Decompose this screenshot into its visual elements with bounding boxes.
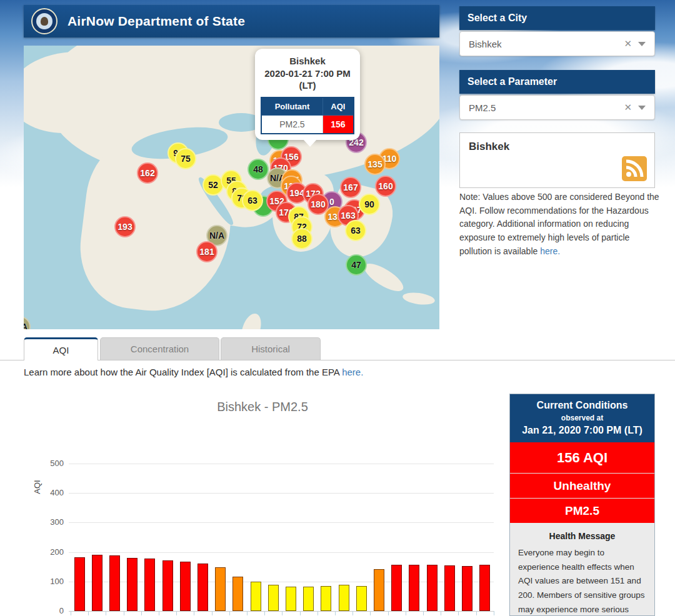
parameter-select[interactable]: PM2.5 ✕	[459, 95, 655, 120]
tab-aqi[interactable]: AQI	[24, 337, 98, 360]
chart-bar	[92, 555, 102, 611]
chart-x-tick	[335, 611, 336, 615]
department-of-state-seal-icon	[31, 8, 58, 34]
tab-bar: AQI Concentration Historical	[0, 337, 675, 360]
map-popup: Bishkek 2020-01-21 7:00 PM (LT) Pollutan…	[255, 49, 360, 140]
chart-x-tick	[88, 611, 89, 615]
chart-bar	[144, 559, 155, 611]
parameter-select-value: PM2.5	[460, 102, 618, 113]
select-city-header: Select a City	[459, 6, 655, 30]
map-marker-aqi[interactable]: 193	[114, 216, 136, 237]
chart-y-tick-label: 400	[29, 488, 64, 497]
current-conditions-header: Current Conditions observed at Jan 21, 2…	[510, 394, 654, 442]
aqi-chart: Bishkek - PM2.5 AQI 01002003004005008 PM…	[25, 395, 500, 616]
map[interactable]: 9275162485255887363193N/A181242110156170…	[24, 46, 439, 329]
chart-bar	[427, 565, 438, 611]
aqi-note-here-link[interactable]: here.	[540, 246, 560, 256]
observed-time: Jan 21, 2020 7:00 PM (LT)	[512, 425, 652, 436]
learn-more-here-link[interactable]: here.	[342, 367, 363, 377]
chart-x-tick	[282, 611, 282, 615]
select-parameter-header: Select a Parameter	[459, 70, 655, 94]
chart-bar	[444, 565, 455, 611]
map-marker-aqi[interactable]: 63	[345, 220, 366, 241]
current-conditions-title: Current Conditions	[512, 400, 652, 411]
map-marker-aqi[interactable]: 47	[346, 254, 367, 276]
chart-bar	[356, 586, 367, 611]
chart-bar	[286, 587, 296, 611]
chart-gridline	[69, 522, 494, 523]
chart-y-tick-label: 200	[29, 547, 64, 557]
chart-plot: 01002003004005008 PM9 PM10 PM11 PM2020 1…	[25, 434, 500, 616]
chart-x-tick	[423, 611, 424, 615]
feed-box: Bishkek	[459, 132, 655, 188]
map-island-sumatra	[361, 259, 408, 296]
chart-bar	[321, 586, 331, 611]
observed-at-label: observed at	[512, 414, 652, 422]
map-marker-aqi[interactable]: 90	[359, 194, 380, 215]
chart-title: Bishkek - PM2.5	[25, 400, 500, 414]
chart-bar	[462, 566, 472, 611]
chart-x-tick	[300, 611, 301, 615]
chart-y-tick-label: 0	[29, 606, 64, 615]
chart-bar	[374, 569, 384, 611]
chart-gridline	[69, 493, 494, 494]
map-marker-aqi[interactable]: 75	[175, 148, 196, 169]
chart-x-tick	[106, 611, 106, 615]
chart-bar	[74, 557, 85, 611]
aqi-value-banner: 156 AQI	[510, 442, 654, 473]
chart-x-tick	[141, 611, 142, 615]
health-message-title: Health Message	[510, 531, 654, 541]
chart-x-tick	[406, 611, 406, 615]
chart-bar	[251, 582, 261, 611]
popup-city: Bishkek	[261, 55, 354, 67]
city-dropdown-caret-icon[interactable]	[638, 42, 646, 46]
map-marker-aqi[interactable]: 181	[196, 241, 218, 262]
popup-col-aqi: AQI	[322, 97, 354, 116]
chart-x-tick	[194, 611, 194, 615]
chart-x-tick	[176, 611, 177, 615]
map-island-java	[402, 291, 436, 306]
city-select[interactable]: Bishkek ✕	[459, 31, 655, 56]
map-marker-aqi[interactable]: 160	[375, 176, 396, 197]
chart-gridline	[69, 464, 494, 464]
chart-y-tick-label: 100	[29, 577, 64, 586]
parameter-clear-icon[interactable]: ✕	[618, 102, 638, 113]
map-marker-aqi[interactable]: 88	[291, 228, 312, 249]
page-title: AirNow Department of State	[68, 14, 245, 29]
map-marker-aqi[interactable]: 167	[340, 177, 361, 198]
chart-bar	[198, 564, 208, 611]
chart-bar	[479, 565, 490, 611]
app-header: AirNow Department of State	[24, 5, 439, 37]
chart-x-tick	[352, 611, 353, 615]
city-clear-icon[interactable]: ✕	[618, 38, 638, 49]
chart-y-tick-label: 300	[29, 517, 64, 527]
pollutant-banner: PM2.5	[510, 498, 654, 523]
chart-x-tick	[264, 611, 265, 615]
chart-bar	[127, 558, 138, 611]
map-marker-aqi[interactable]: 135	[364, 154, 386, 175]
map-marker-aqi[interactable]: 63	[242, 190, 263, 211]
feed-city-title: Bishkek	[469, 141, 654, 153]
parameter-dropdown-caret-icon[interactable]	[638, 106, 646, 110]
chart-x-tick	[458, 611, 459, 615]
select-parameter-label: Select a Parameter	[468, 76, 557, 87]
map-marker-aqi[interactable]: 48	[248, 159, 269, 180]
chart-x-tick	[494, 611, 494, 615]
popup-col-pollutant: Pollutant	[261, 97, 322, 116]
select-city-label: Select a City	[468, 12, 527, 24]
popup-pollutant-value: PM2.5	[261, 115, 322, 134]
chart-bar	[232, 577, 243, 611]
map-island-madagascar	[238, 311, 265, 329]
chart-bar	[409, 565, 419, 611]
learn-more-text: Learn more about how the Air Quality Ind…	[24, 367, 342, 377]
chart-x-tick	[318, 611, 318, 615]
tab-concentration[interactable]: Concentration	[100, 337, 219, 360]
map-marker-aqi[interactable]: N/A	[24, 316, 31, 329]
chart-bar	[109, 555, 120, 611]
chart-bar	[303, 587, 314, 611]
map-marker-aqi[interactable]: 162	[137, 162, 158, 184]
chart-gridline	[69, 611, 494, 612]
tab-historical[interactable]: Historical	[221, 337, 321, 360]
rss-feed-icon[interactable]	[622, 156, 647, 181]
chart-x-tick	[388, 611, 389, 615]
